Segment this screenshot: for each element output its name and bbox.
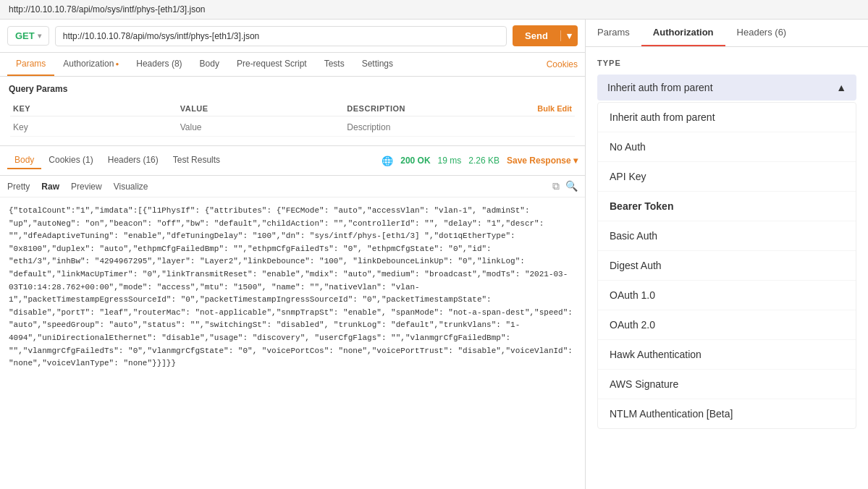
tab-body[interactable]: Body [191,53,228,76]
key-input[interactable] [13,122,180,132]
value-col-header: VALUE [180,104,347,113]
subtab-visualize[interactable]: Visualize [114,182,148,192]
resp-tab-body[interactable]: Body [7,152,41,169]
subtab-pretty[interactable]: Pretty [7,182,30,192]
auth-option-oauth2[interactable]: OAuth 2.0 [598,310,856,340]
bulk-edit-button[interactable]: Bulk Edit [537,104,572,113]
top-bar: http://10.10.10.78/api/mo/sys/intf/phys-… [0,0,868,20]
chevron-up-icon: ▲ [836,82,846,93]
params-table: KEY VALUE DESCRIPTION Bulk Edit [9,100,576,138]
save-response-button[interactable]: Save Response ▾ [507,156,578,166]
send-label: Send [513,30,560,41]
right-tab-headers[interactable]: Headers (6) [725,20,799,46]
tab-params[interactable]: Params [7,53,54,76]
auth-selected-label: Inherit auth from parent [607,82,713,93]
chevron-down-icon: ▾ [38,32,41,40]
auth-option-bearer[interactable]: Bearer Token [598,192,856,221]
subtab-raw[interactable]: Raw [41,182,59,192]
right-tab-authorization[interactable]: Authorization [641,20,725,46]
status-code: 200 OK [400,156,430,166]
globe-icon: 🌐 [382,156,393,166]
resp-tab-cookies[interactable]: Cookies (1) [41,152,100,169]
send-arrow-icon[interactable]: ▾ [560,30,578,41]
response-body: {"totalCount":"1","imdata":[{"l1PhysIf":… [0,197,585,489]
auth-option-basic[interactable]: Basic Auth [598,221,856,251]
auth-type-dropdown[interactable]: Inherit auth from parent ▲ [597,75,856,101]
subtab-actions: ⧉ 🔍 [552,180,578,192]
query-params-section: Query Params KEY VALUE DESCRIPTION Bulk … [0,77,585,145]
auth-option-inherit[interactable]: Inherit auth from parent [598,103,856,132]
auth-options-list: Inherit auth from parent No Auth API Key… [597,102,856,429]
table-row [10,118,575,137]
value-cell [180,122,347,132]
cookies-link[interactable]: Cookies [547,59,578,69]
copy-icon[interactable]: ⧉ [552,180,560,192]
response-size: 2.26 KB [468,156,500,166]
response-subtabs: Pretty Raw Preview Visualize ⧉ 🔍 [0,176,585,197]
auth-option-no-auth[interactable]: No Auth [598,132,856,162]
key-cell [13,122,180,132]
auth-panel: TYPE Inherit auth from parent ▲ Inherit … [586,47,868,489]
method-label: GET [15,30,35,41]
tab-settings[interactable]: Settings [353,53,402,76]
url-display: http://10.10.10.78/api/mo/sys/intf/phys-… [9,4,206,14]
url-input[interactable] [55,26,507,46]
subtab-preview[interactable]: Preview [71,182,102,192]
bulk-edit-col: Bulk Edit [514,104,572,113]
search-icon[interactable]: 🔍 [565,180,578,192]
tab-pre-request[interactable]: Pre-request Script [228,53,316,76]
tab-headers[interactable]: Headers (8) [127,53,190,76]
left-panel: GET ▾ Send ▾ Params Authorization Header… [0,20,586,489]
response-status: 🌐 200 OK 19 ms 2.26 KB Save Response ▾ [382,156,578,166]
key-col-header: KEY [13,104,180,113]
response-time: 19 ms [438,156,462,166]
resp-tab-headers[interactable]: Headers (16) [101,152,166,169]
tab-tests[interactable]: Tests [316,53,353,76]
right-panel: Params Authorization Headers (6) TYPE In… [586,20,868,489]
description-cell [347,122,514,132]
value-input[interactable] [180,122,347,132]
auth-option-ntlm[interactable]: NTLM Authentication [Beta] [598,399,856,428]
tab-authorization[interactable]: Authorization [54,53,127,76]
send-button[interactable]: Send ▾ [513,25,578,46]
auth-option-aws[interactable]: AWS Signature [598,370,856,399]
response-tabs: Body Cookies (1) Headers (16) Test Resul… [0,145,585,176]
auth-option-digest[interactable]: Digest Auth [598,251,856,281]
type-label: TYPE [597,59,856,67]
resp-tab-test-results[interactable]: Test Results [166,152,227,169]
right-tabs: Params Authorization Headers (6) [586,20,868,47]
description-input[interactable] [347,122,514,132]
request-bar: GET ▾ Send ▾ [0,20,585,53]
query-params-title: Query Params [9,84,576,94]
method-select[interactable]: GET ▾ [7,26,49,46]
auth-option-hawk[interactable]: Hawk Authentication [598,340,856,370]
main-area: GET ▾ Send ▾ Params Authorization Header… [0,20,868,489]
auth-option-oauth1[interactable]: OAuth 1.0 [598,281,856,310]
right-tab-params[interactable]: Params [586,20,641,46]
auth-option-api-key[interactable]: API Key [598,162,856,192]
request-tabs-nav: Params Authorization Headers (8) Body Pr… [0,53,585,77]
description-col-header: DESCRIPTION [347,104,514,113]
